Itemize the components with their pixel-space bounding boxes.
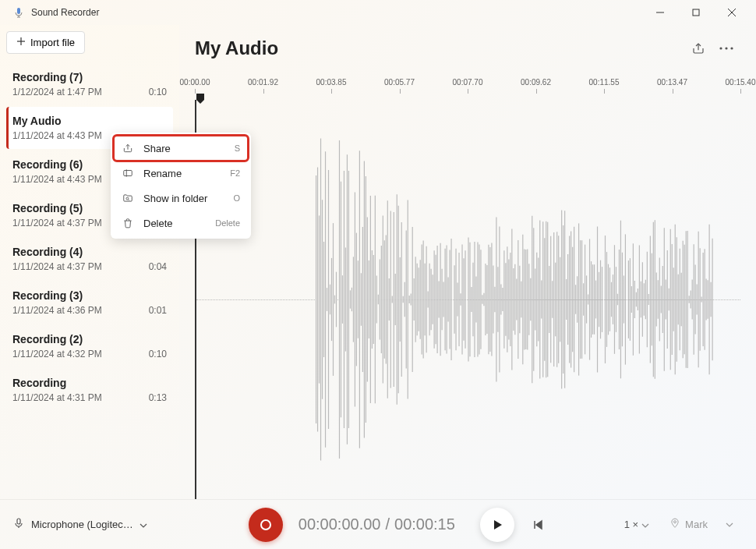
svg-line-266 <box>129 200 129 200</box>
page-title: My Audio <box>195 37 684 59</box>
record-button[interactable] <box>249 508 283 542</box>
svg-point-270 <box>674 521 677 523</box>
timeline-tick: 00:15.40 <box>726 78 756 87</box>
waveform <box>196 100 740 499</box>
timeline-tick: 00:03.85 <box>316 78 347 87</box>
content-area: My Audio 00:00.0000:01.9200:03.8500:05.7… <box>179 25 756 499</box>
svg-point-9 <box>719 47 722 49</box>
recording-title: Recording (7) <box>12 71 167 83</box>
ctx-share[interactable]: Share S <box>114 136 248 161</box>
recording-item[interactable]: Recording (2) 1/11/2024 at 4:32 PM0:10 <box>6 325 173 367</box>
svg-rect-4 <box>693 9 699 16</box>
recording-date: 1/11/2024 at 4:37 PM <box>12 261 102 272</box>
recording-item[interactable]: Recording (4) 1/11/2024 at 4:37 PM0:04 <box>6 238 173 280</box>
svg-rect-267 <box>17 519 20 524</box>
timeline-ruler[interactable]: 00:00.0000:01.9200:03.8500:05.7700:07.70… <box>195 78 740 97</box>
recording-item[interactable]: Recording (7) 1/12/2024 at 1:47 PM0:10 <box>6 63 173 105</box>
recording-date: 1/11/2024 at 4:43 PM <box>12 174 102 185</box>
chevron-down-icon <box>641 519 649 530</box>
close-button[interactable] <box>714 0 750 25</box>
folder-search-icon <box>122 192 134 204</box>
svg-point-11 <box>730 47 733 49</box>
recording-duration: 0:10 <box>149 349 167 360</box>
ctx-delete[interactable]: Delete Delete <box>114 211 248 236</box>
recording-date: 1/11/2024 at 4:31 PM <box>12 392 102 403</box>
timeline-tick: 00:05.77 <box>384 78 415 87</box>
share-icon <box>122 142 134 154</box>
recording-duration: 0:01 <box>149 305 167 316</box>
ctx-show-in-folder[interactable]: Show in folder O <box>114 186 248 211</box>
marker-icon <box>669 518 680 531</box>
svg-point-265 <box>126 197 129 200</box>
maximize-button[interactable] <box>678 0 714 25</box>
recordings-list: Recording (7) 1/12/2024 at 1:47 PM0:10My… <box>6 63 173 493</box>
timeline-tick: 00:13.47 <box>657 78 687 87</box>
ctx-rename[interactable]: Rename F2 <box>114 161 248 186</box>
recording-duration: 0:04 <box>149 261 167 272</box>
recording-title: Recording <box>12 377 167 389</box>
mark-button[interactable]: Mark <box>662 513 715 536</box>
import-label: Import file <box>30 37 75 48</box>
minimize-button[interactable] <box>642 0 678 25</box>
recording-title: Recording (4) <box>12 246 167 258</box>
recording-item[interactable]: Recording 1/11/2024 at 4:31 PM0:13 <box>6 369 173 411</box>
recording-duration: 0:13 <box>149 392 167 403</box>
timeline-tick: 00:00.00 <box>180 78 210 87</box>
mark-dropdown[interactable] <box>715 511 744 539</box>
recording-duration: 0:10 <box>149 87 167 97</box>
microphone-icon <box>12 517 25 532</box>
share-header-button[interactable] <box>684 34 712 62</box>
footer: Microphone (Logitec… 00:00:00.00/00:00:1… <box>0 499 756 549</box>
microphone-selector[interactable]: Microphone (Logitec… <box>12 517 176 532</box>
app-icon <box>12 6 25 19</box>
timeline-tick: 00:07.70 <box>453 78 483 87</box>
recording-item[interactable]: Recording (3) 1/11/2024 at 4:36 PM0:01 <box>6 282 173 324</box>
svg-point-10 <box>725 47 727 49</box>
plus-icon <box>16 37 26 48</box>
waveform-area[interactable] <box>195 100 740 499</box>
rename-icon <box>122 167 134 179</box>
chevron-down-icon <box>140 519 147 530</box>
recording-title: Recording (2) <box>12 333 167 345</box>
timeline-tick: 00:01.92 <box>248 78 278 87</box>
timecode: 00:00:00.00/00:00:15 <box>299 515 455 533</box>
skip-back-button[interactable] <box>524 511 552 539</box>
recording-date: 1/11/2024 at 4:32 PM <box>12 349 102 360</box>
context-menu: Share S Rename F2 Show in folder O Delet… <box>111 133 251 239</box>
timeline-tick: 00:09.62 <box>521 78 551 87</box>
titlebar: Sound Recorder <box>0 0 756 25</box>
sidebar: Import file Recording (7) 1/12/2024 at 1… <box>0 25 179 499</box>
import-file-button[interactable]: Import file <box>6 31 85 54</box>
play-button[interactable] <box>480 508 514 542</box>
more-button[interactable] <box>712 34 740 62</box>
app-title: Sound Recorder <box>31 7 642 18</box>
svg-rect-0 <box>17 8 20 14</box>
recording-date: 1/12/2024 at 1:47 PM <box>12 87 102 97</box>
microphone-label: Microphone (Logitec… <box>31 519 133 530</box>
playback-speed[interactable]: 1 × <box>624 519 649 530</box>
svg-rect-263 <box>124 171 132 176</box>
recording-title: My Audio <box>12 115 167 127</box>
recording-date: 1/11/2024 at 4:36 PM <box>12 305 102 316</box>
recording-title: Recording (3) <box>12 289 167 302</box>
recording-date: 1/11/2024 at 4:37 PM <box>12 218 102 228</box>
trash-icon <box>122 217 134 229</box>
recording-date: 1/11/2024 at 4:43 PM <box>12 130 102 141</box>
timeline-tick: 00:11.55 <box>589 78 620 87</box>
